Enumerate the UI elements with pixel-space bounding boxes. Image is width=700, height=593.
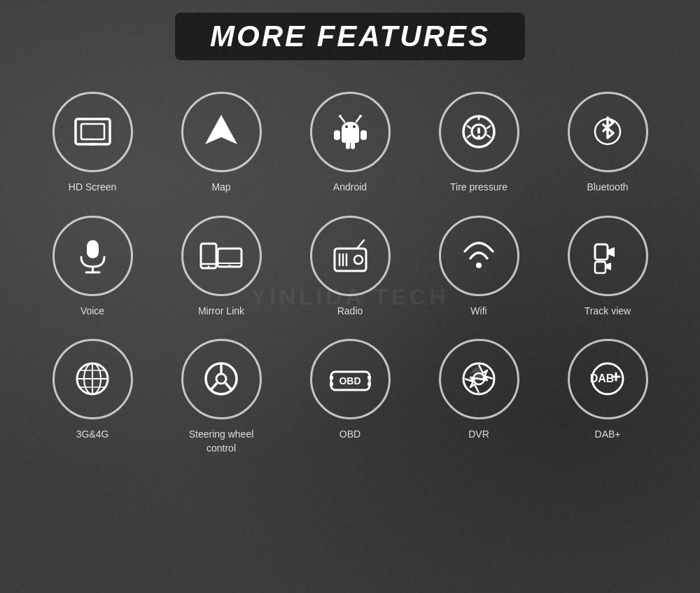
feature-android: Android	[286, 81, 414, 205]
svg-point-31	[354, 256, 363, 264]
svg-rect-18	[87, 240, 99, 258]
feature-steering-wheel: Steering wheel control	[157, 328, 286, 466]
svg-marker-3	[205, 115, 237, 144]
3g4g-icon	[52, 339, 133, 419]
svg-rect-48	[368, 382, 371, 386]
track-view-label: Track view	[584, 305, 631, 319]
map-label: Map	[211, 181, 230, 195]
steering-wheel-label: Steering wheel control	[189, 428, 254, 455]
page-title: MORE FEATURES	[210, 20, 490, 53]
tire-pressure-icon	[439, 92, 519, 172]
dab-plus-icon: DAB	[568, 339, 648, 419]
svg-line-32	[357, 240, 364, 249]
feature-track-view: Track view	[543, 205, 672, 329]
svg-rect-24	[218, 249, 241, 267]
feature-hd-screen: HD Screen	[28, 81, 157, 205]
mirror-link-label: Mirror Link	[198, 305, 244, 319]
dvr-icon	[439, 339, 519, 419]
feature-mirror-link: Mirror Link	[157, 205, 286, 329]
feature-radio: Radio	[286, 205, 414, 329]
svg-rect-49	[330, 376, 333, 379]
dvr-label: DVR	[468, 428, 489, 442]
svg-point-7	[339, 115, 342, 118]
feature-map: Map	[157, 81, 286, 205]
wifi-label: Wifi	[470, 305, 486, 319]
steering-wheel-icon	[181, 339, 262, 419]
svg-text:DAB: DAB	[589, 372, 614, 384]
feature-bluetooth: Bluetooth	[543, 81, 672, 205]
svg-point-23	[207, 265, 209, 267]
feature-dab-plus: DAB DAB+	[543, 328, 672, 466]
title-box: MORE FEATURES	[175, 13, 525, 60]
svg-rect-1	[81, 124, 104, 139]
svg-point-9	[359, 115, 362, 118]
feature-dvr: DVR	[414, 328, 543, 466]
svg-line-44	[225, 383, 232, 390]
svg-point-26	[228, 265, 230, 267]
track-view-icon	[568, 216, 648, 296]
android-label: Android	[333, 181, 367, 195]
android-icon	[310, 92, 391, 172]
feature-obd: OBD OBD	[286, 328, 414, 466]
voice-label: Voice	[80, 305, 104, 319]
svg-text:OBD: OBD	[339, 375, 360, 386]
feature-tire-pressure: Tire pressure	[414, 81, 543, 205]
radio-label: Radio	[337, 305, 363, 319]
hd-screen-label: HD Screen	[69, 181, 116, 195]
mirror-link-icon	[181, 216, 262, 296]
svg-rect-10	[334, 130, 340, 140]
3g4g-label: 3G&4G	[76, 428, 109, 442]
title-container: MORE FEATURES	[0, 0, 700, 67]
svg-point-33	[476, 263, 482, 268]
wifi-icon	[439, 216, 519, 296]
svg-point-4	[345, 125, 348, 128]
svg-rect-14	[477, 127, 480, 134]
svg-line-43	[211, 383, 217, 390]
feature-wifi: Wifi	[414, 205, 543, 329]
svg-rect-47	[368, 376, 371, 379]
tire-pressure-label: Tire pressure	[450, 181, 507, 195]
svg-point-41	[216, 374, 226, 384]
features-grid: HD Screen Map	[0, 67, 700, 480]
bluetooth-icon	[568, 92, 648, 172]
svg-rect-11	[360, 130, 367, 140]
hd-screen-icon	[52, 92, 133, 172]
svg-rect-50	[330, 382, 333, 386]
obd-icon: OBD	[310, 339, 391, 419]
svg-point-15	[477, 135, 480, 138]
svg-point-5	[353, 125, 356, 128]
voice-icon	[52, 216, 133, 296]
bluetooth-label: Bluetooth	[587, 181, 628, 195]
feature-voice: Voice	[28, 205, 157, 329]
obd-label: OBD	[340, 428, 360, 442]
radio-icon	[310, 216, 391, 296]
dab-plus-label: DAB+	[595, 428, 621, 442]
feature-3g4g: 3G&4G	[28, 328, 157, 466]
map-icon	[181, 92, 262, 172]
